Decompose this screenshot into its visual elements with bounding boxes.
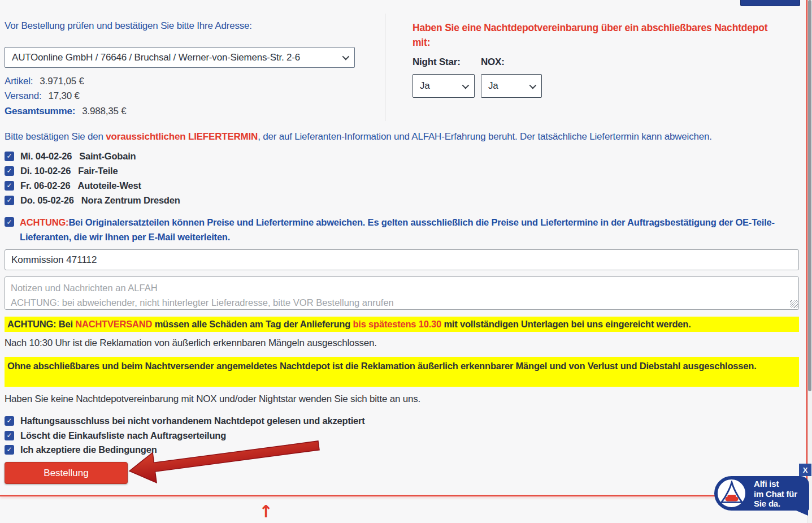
nachtversand-seg4: bis spätestens 10.30: [353, 319, 441, 329]
section-divider: [385, 14, 385, 121]
delivery-row: Fr. 06-02-26Autoteile-West: [5, 180, 141, 191]
chevron-down-icon: [462, 81, 470, 89]
textarea-resize-handle[interactable]: [790, 300, 798, 308]
delivery-supplier: Nora Zentrum Dresden: [81, 195, 180, 205]
delivery-supplier: Saint-Gobain: [79, 151, 136, 161]
confirmation-row: Ich akzeptiere die Bedingungen: [5, 444, 157, 455]
reklamation-note: Nach 10:30 Uhr ist die Reklamation von ä…: [5, 338, 377, 349]
oe-warning-prefix: ACHTUNG:: [20, 217, 68, 227]
order-confirmation-page: Vor Bestellung prüfen und bestätigen Sie…: [0, 0, 812, 523]
chevron-down-icon: [529, 81, 537, 89]
scrollbar-thumb[interactable]: [808, 0, 811, 391]
confirmation-row: Haftungsausschluss bei nicht vorhandenem…: [5, 415, 365, 426]
oe-warning-text: ACHTUNG:Bei Originalersatzteilen können …: [20, 215, 795, 244]
delivery-checkbox[interactable]: [5, 152, 14, 161]
address-prompt: Vor Bestellung prüfen und bestätigen Sie…: [5, 20, 252, 32]
nachtdepot-warning: Ohne abschließbares und beim Nachtversen…: [5, 357, 799, 387]
contact-note: Haben Sie keine Nachtdepotvereinbarung m…: [5, 394, 420, 405]
chat-message-line1: Alfi ist: [754, 479, 797, 489]
chat-message-line3: Sie da.: [754, 499, 797, 509]
confirmation-checkbox[interactable]: [5, 445, 14, 455]
nachtversand-seg2: NACHTVERSAND: [75, 319, 152, 329]
artikel-label: Artikel:: [5, 76, 33, 87]
nox-select-value: Ja: [488, 80, 498, 92]
versand-value: 17,30 €: [49, 90, 80, 101]
scroll-to-top-arrow[interactable]: ↑: [259, 503, 273, 520]
delivery-row: Do. 05-02-26Nora Zentrum Dresden: [5, 194, 180, 206]
order-button[interactable]: Bestellung: [5, 462, 128, 484]
night-star-label: Night Star:: [412, 57, 461, 68]
gesamtsumme-label: Gesamtsumme:: [5, 106, 75, 116]
nox-select[interactable]: Ja: [481, 74, 542, 98]
top-toolbar-button[interactable]: [740, 0, 800, 6]
delivery-date: Mi. 04-02-26: [20, 151, 72, 161]
delivery-checkbox[interactable]: [5, 196, 14, 205]
chevron-down-icon: [342, 53, 350, 60]
chat-message-line2: im Chat für: [754, 489, 797, 499]
nachtversand-seg5: mit vollständigen Unterlagen bei uns ein…: [441, 319, 691, 329]
night-star-select-value: Ja: [420, 80, 430, 92]
confirmation-label: Löscht die Einkaufsliste nach Auftragser…: [20, 430, 226, 441]
scrollbar-track[interactable]: [807, 0, 812, 523]
kommission-input[interactable]: [5, 249, 799, 270]
oe-warning-body: Bei Originalersatzteilen können Preise u…: [20, 217, 775, 242]
delivery-supplier: Fair-Teile: [78, 166, 118, 176]
nachtversand-seg3: müssen alle Schäden am Tag der Anlieferu…: [152, 319, 353, 329]
gesamtsumme-value: 3.988,35 €: [82, 106, 126, 116]
delivery-date: Fr. 06-02-26: [20, 180, 70, 191]
total-row-versand: Versand:17,30 €: [5, 90, 80, 102]
chat-bubble[interactable]: Alfi ist im Chat für Sie da.: [714, 476, 809, 511]
confirmation-label: Ich akzeptiere die Bedingungen: [20, 444, 157, 455]
liefertermin-intro-highlight: voraussichtlichen LIEFERTERMIN: [106, 131, 258, 142]
versand-label: Versand:: [5, 90, 42, 101]
chat-message: Alfi ist im Chat für Sie da.: [754, 479, 797, 509]
liefertermin-intro-before: Bitte bestätigen Sie den: [5, 131, 106, 142]
night-star-select[interactable]: Ja: [412, 74, 475, 98]
nox-label: NOX:: [481, 57, 505, 68]
notes-textarea[interactable]: [5, 276, 799, 310]
nachtversand-seg1: ACHTUNG: Bei: [7, 319, 75, 329]
chat-close-button[interactable]: X: [799, 464, 811, 476]
address-select[interactable]: AUTOonline GmbH / 76646 / Bruchsal / Wer…: [5, 47, 355, 68]
nachtdepot-question: Haben Sie eine Nachtdepotvereinbarung üb…: [412, 20, 787, 50]
delivery-date: Do. 05-02-26: [20, 195, 74, 205]
delivery-date: Di. 10-02-26: [20, 166, 71, 176]
nachtversand-warning: ACHTUNG: Bei NACHTVERSAND müssen alle Sc…: [5, 317, 799, 332]
delivery-row: Di. 10-02-26Fair-Teile: [5, 165, 118, 176]
delivery-supplier: Autoteile-West: [77, 180, 141, 191]
bottom-border-line: [0, 495, 807, 496]
liefertermin-intro: Bitte bestätigen Sie den voraussichtlich…: [5, 131, 712, 142]
total-row-gesamtsumme: Gesamtsumme:3.988,35 €: [5, 106, 127, 117]
confirmation-checkbox[interactable]: [5, 431, 14, 440]
address-select-value: AUTOonline GmbH / 76646 / Bruchsal / Wer…: [12, 52, 300, 63]
liefertermin-intro-after: , der auf Lieferanten-Information und AL…: [258, 131, 712, 142]
delivery-checkbox[interactable]: [5, 166, 14, 176]
delivery-checkbox[interactable]: [5, 181, 14, 191]
total-row-artikel: Artikel:3.971,05 €: [5, 76, 84, 87]
confirmation-checkbox[interactable]: [5, 416, 14, 426]
artikel-value: 3.971,05 €: [40, 76, 84, 87]
alfah-logo-icon: [715, 477, 748, 509]
oe-warning-checkbox[interactable]: [5, 217, 14, 227]
confirmation-row: Löscht die Einkaufsliste nach Auftragser…: [5, 430, 226, 441]
confirmation-label: Haftungsausschluss bei nicht vorhandenem…: [20, 416, 365, 426]
delivery-row: Mi. 04-02-26Saint-Gobain: [5, 150, 136, 162]
